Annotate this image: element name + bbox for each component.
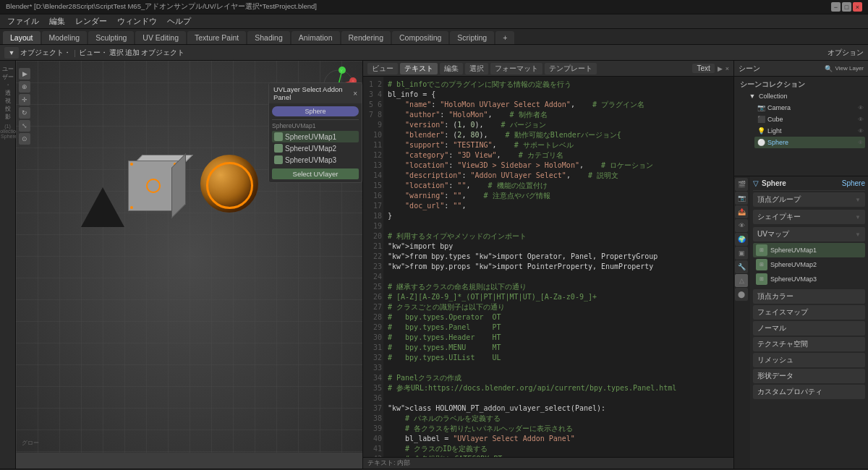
uv-map-label: UVマップ [757, 229, 789, 239]
maximize-button[interactable]: □ [842, 2, 851, 12]
uvlayer-sphere-btn[interactable]: Sphere [272, 106, 359, 116]
tree-light-label: Light [767, 127, 782, 134]
cube-object[interactable] [128, 155, 186, 213]
tab-modeling[interactable]: Modeling [42, 31, 88, 44]
menu-edit[interactable]: 編集 [45, 16, 69, 27]
text-editor-tabs: ビュー テキスト 編集 選択 フォーマット テンプレート [367, 63, 597, 74]
prop-object-btn[interactable]: ▣ [735, 247, 748, 260]
text-tab-view[interactable]: ビュー [367, 63, 398, 74]
prop-sphere-name: Sphere [842, 179, 865, 187]
prop-scene-btn[interactable]: 🎬 [735, 178, 748, 191]
face-maps-label: フェイスマップ [757, 307, 808, 317]
tab-sculpting[interactable]: Sculpting [88, 31, 134, 44]
tool-rotate[interactable]: ↻ [19, 107, 30, 119]
shape-key-label: シェイプキー [757, 212, 801, 222]
prop-output-btn[interactable]: 📤 [735, 205, 748, 218]
face-maps-section[interactable]: フェイスマップ [753, 305, 865, 320]
collection-icon: ▼ [747, 91, 757, 101]
right-panel: シーン 🔍 View Layer シーンコレクション ▼ Collection … [734, 61, 868, 469]
mode-select-btn[interactable]: ▼ [4, 47, 19, 59]
vg-expand-icon: ▼ [855, 197, 861, 203]
tab-compositing[interactable]: Compositing [392, 31, 448, 44]
tab-layout[interactable]: Layout [3, 31, 41, 44]
tab-add[interactable]: + [495, 31, 514, 44]
custom-props-section[interactable]: カスタムプロパティ [753, 385, 865, 399]
remesh-section[interactable]: リメッシュ [753, 353, 865, 367]
tool-transform[interactable]: ⊙ [19, 133, 30, 145]
texture-space-section[interactable]: テクスチャ空間 [753, 337, 865, 351]
object-mode-label[interactable]: オブジェクト・ [20, 48, 71, 58]
uvmap-item-3[interactable]: SphereUVMap3 [272, 154, 359, 166]
uvmap-icon-2 [274, 144, 283, 153]
prop-render-btn[interactable]: 📷 [735, 192, 748, 205]
prop-material-btn[interactable]: ⬤ [735, 288, 748, 301]
uvmap-icon-1 [274, 132, 283, 141]
uvmap-item-1[interactable]: SphereUVMap1 [272, 131, 359, 142]
prop-data-btn[interactable]: △ [735, 274, 748, 287]
tab-rendering[interactable]: Rendering [341, 31, 391, 44]
sphere-visibility-icon[interactable]: 👁 [858, 140, 864, 146]
tree-light[interactable]: 💡 Light 👁 [754, 125, 865, 137]
sk-expand-icon: ▼ [855, 214, 861, 221]
vertex-groups-section[interactable]: 頂点グループ ▼ [753, 192, 865, 207]
light-visibility-icon[interactable]: 👁 [858, 128, 864, 134]
close-button[interactable]: × [853, 2, 862, 12]
tree-sphere[interactable]: ⚪ Sphere 👁 [754, 137, 865, 148]
uv-map-3[interactable]: ⊞ SphereUVMap3 [753, 272, 865, 286]
menu-window[interactable]: ウィンドウ [113, 16, 161, 27]
tree-cube[interactable]: ⬛ Cube 👁 [754, 114, 865, 125]
cube-visibility-icon[interactable]: 👁 [858, 116, 864, 123]
uvmap-item-2[interactable]: SphereUVMap2 [272, 142, 359, 154]
uv-map-2[interactable]: ⊞ SphereUVMap2 [753, 257, 865, 272]
visibility-icon[interactable]: 👁 [858, 105, 864, 111]
tab-scripting[interactable]: Scripting [450, 31, 494, 44]
options-btn[interactable]: オプション [827, 48, 864, 58]
tree-camera[interactable]: 📷 Camera 👁 [754, 102, 865, 114]
add-btn[interactable]: 追加 [125, 48, 140, 58]
text-filename[interactable]: Text [692, 64, 714, 73]
tool-select[interactable]: ▶ [19, 68, 30, 80]
text-tab-format[interactable]: フォーマット [490, 63, 542, 74]
tree-collection-label: Collection [759, 93, 788, 100]
prop-modifier-btn[interactable]: 🔧 [735, 260, 748, 273]
tab-texture-paint[interactable]: Texture Paint [187, 31, 246, 44]
selection-dot [130, 163, 133, 166]
normals-section[interactable]: ノーマル [753, 321, 865, 336]
uvlayer-panel-close[interactable]: × [353, 90, 357, 98]
tool-scale[interactable]: ⤡ [19, 120, 30, 132]
light-icon: 💡 [756, 126, 766, 136]
text-run-btn[interactable]: ▶ [718, 65, 723, 72]
tab-uv-editing[interactable]: UV Editing [135, 31, 186, 44]
scene-tree: シーンコレクション ▼ Collection 📷 Camera 👁 ⬛ Cube… [734, 77, 868, 151]
select-uvlayer-button[interactable]: Select UVlayer [272, 168, 359, 179]
viewport-3d[interactable]: ▶ ⊕ ✛ ↻ ⤡ ⊙ [16, 61, 363, 469]
minimize-button[interactable]: − [831, 2, 841, 12]
text-tab-text[interactable]: テキスト [400, 63, 438, 74]
object-btn[interactable]: オブジェクト [141, 48, 184, 58]
text-tab-edit[interactable]: 編集 [440, 63, 463, 74]
prop-world-btn[interactable]: 🌍 [735, 233, 748, 246]
prop-view-btn[interactable]: 👁 [735, 219, 748, 232]
uv-map-1[interactable]: ⊞ SphereUVMap1 [753, 243, 865, 257]
shape-key-section[interactable]: シェイプキー ▼ [753, 210, 865, 224]
tool-cursor[interactable]: ⊕ [19, 81, 30, 93]
view-btn[interactable]: ビュー・ [79, 48, 108, 58]
code-content[interactable]: # bl_infoでこのプラグインに関する情報の定義を行う bl_info = … [383, 77, 733, 457]
tree-collection[interactable]: ▼ Collection [746, 90, 865, 102]
uv-map-section[interactable]: UVマップ ▼ [753, 227, 865, 242]
menu-help[interactable]: ヘルプ [163, 16, 195, 27]
tool-move[interactable]: ✛ [19, 94, 30, 106]
sphere-selection-ring [206, 162, 253, 209]
menu-file[interactable]: ファイル [3, 16, 43, 27]
vertex-colors-section[interactable]: 頂点カラー [753, 289, 865, 304]
menu-render[interactable]: レンダー [71, 16, 111, 27]
text-tab-select[interactable]: 選択 [465, 63, 488, 74]
tab-shading[interactable]: Shading [247, 31, 290, 44]
text-tab-template[interactable]: テンプレート [545, 63, 597, 74]
select-btn[interactable]: 選択 [109, 48, 124, 58]
geometry-section[interactable]: 形状データ [753, 369, 865, 383]
text-close-btn[interactable]: × [726, 65, 729, 72]
outliner-search[interactable]: 🔍 [825, 65, 833, 72]
tab-animation[interactable]: Animation [292, 31, 340, 44]
axis-indicator: グロー [22, 439, 39, 447]
